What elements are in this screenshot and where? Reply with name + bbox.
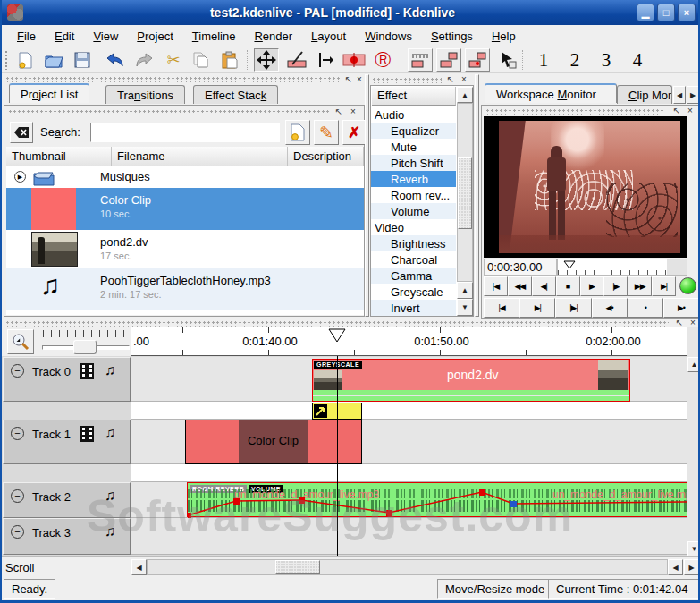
monitor-undock-button[interactable]: ↖ — [671, 106, 682, 116]
effect-scroll-down-button[interactable]: ▼ — [457, 299, 473, 316]
timeline-zoom-button[interactable] — [7, 329, 34, 354]
cut-button[interactable]: ✂ — [161, 48, 186, 72]
project-dock-undock-button[interactable]: ↖ — [343, 74, 354, 85]
edit-clip-button[interactable]: ✎ — [314, 120, 339, 145]
add-clip-button[interactable] — [285, 120, 310, 145]
new-document-button[interactable] — [13, 48, 38, 72]
menu-timeline[interactable]: Timeline — [184, 28, 247, 45]
menu-file[interactable]: File — [9, 28, 46, 45]
project-dock-handle[interactable] — [5, 76, 342, 82]
save-button[interactable] — [70, 48, 95, 72]
effect-item-pitch-shift[interactable]: Pitch Shift — [371, 155, 456, 171]
timeline-view-3-button[interactable]: 3 — [594, 48, 619, 72]
expander-icon[interactable]: ▶ — [14, 171, 26, 183]
frame-back-button[interactable]: ◀| — [532, 276, 556, 296]
collapse-track-icon[interactable]: − — [11, 489, 24, 503]
effect-item-invert[interactable]: Invert — [371, 300, 456, 316]
paste-button[interactable] — [216, 48, 241, 72]
set-marker-button[interactable]: • — [628, 298, 663, 318]
effect-item-brightness[interactable]: Brightness — [371, 235, 456, 251]
snap-to-ruler-button[interactable] — [408, 48, 433, 72]
zone-start-button[interactable]: |◀ — [484, 298, 519, 318]
toolbar-drag-handle[interactable] — [4, 50, 8, 70]
tab-clip-monitor[interactable]: Clip Mon — [617, 85, 672, 104]
collapse-track-icon[interactable]: − — [11, 525, 24, 539]
list-item-mp3[interactable]: ♫ PoohTiggerTableclothHoney.mp3 2 min. 1… — [6, 268, 364, 310]
timeline-view-2-button[interactable]: 2 — [562, 48, 587, 72]
minimize-button[interactable]: ▁ — [637, 4, 654, 21]
transition-row-0[interactable] — [131, 402, 687, 420]
title-bar[interactable]: test2.kdenlive - PAL [modified] - Kdenli… — [2, 0, 698, 25]
effect-dock-close-button[interactable]: × — [459, 74, 469, 85]
undo-button[interactable] — [102, 48, 127, 72]
clip-pond2[interactable]: GREYSCALE pond2.dv — [312, 359, 630, 402]
hscrollbar-thumb[interactable] — [275, 560, 320, 574]
splitter-left[interactable] — [365, 74, 369, 317]
snap-to-marker-button[interactable] — [465, 48, 490, 72]
set-zone-end-button[interactable]: ▶• — [663, 298, 699, 318]
column-thumbnail[interactable]: Thumbnail — [6, 147, 112, 166]
effect-item-equalizer[interactable]: Equalizer — [371, 123, 456, 139]
frame-forward-button[interactable]: |▶ — [603, 276, 628, 296]
monitor-record-button[interactable] — [679, 277, 696, 294]
monitor-dock-handle[interactable] — [485, 108, 664, 115]
effect-scroll-up-button[interactable]: ▲ — [457, 87, 473, 103]
collapse-track-icon[interactable]: − — [11, 427, 24, 440]
menu-windows[interactable]: Windows — [357, 28, 423, 45]
list-item-pond2[interactable]: pond2.dv 17 sec. — [6, 230, 364, 268]
effect-scrollbar-thumb[interactable] — [458, 157, 472, 229]
close-button[interactable]: × — [678, 4, 696, 21]
fast-forward-button[interactable]: ▶▶ — [628, 276, 652, 296]
effect-scrollbar-track[interactable] — [457, 103, 473, 282]
zoom-slider-handle[interactable] — [73, 340, 97, 354]
set-zone-start-button[interactable]: ◀• — [592, 298, 628, 318]
tab-scroll-left-button[interactable]: ◀ — [673, 86, 686, 104]
play-button[interactable]: ▶ — [580, 276, 604, 296]
snap-to-clip-button[interactable] — [436, 48, 461, 72]
rewind-button[interactable]: ◀◀ — [508, 276, 532, 296]
go-to-end-button[interactable]: ▶| — [652, 276, 676, 296]
menu-layout[interactable]: Layout — [303, 28, 357, 45]
menu-project[interactable]: Project — [129, 28, 183, 45]
monitor-timecode[interactable]: 0:00:30.00 — [484, 259, 557, 276]
timeline-ruler[interactable]: .00 0:01:40.00 0:01:50.00 0:02:00.00 — [131, 327, 687, 356]
project-inner-handle[interactable] — [8, 109, 330, 115]
menu-render[interactable]: Render — [246, 28, 303, 45]
tab-transitions[interactable]: Transitions — [105, 85, 185, 104]
timeline-scroll-down-button[interactable]: ▼ — [687, 541, 700, 556]
select-tool-button[interactable] — [495, 48, 520, 72]
record-button[interactable]: Ⓡ — [370, 48, 395, 72]
playhead-marker[interactable] — [328, 328, 347, 344]
marker-button[interactable] — [342, 48, 367, 72]
hscroll-left-button[interactable]: ◀ — [131, 559, 147, 575]
collapse-track-icon[interactable]: − — [11, 364, 24, 378]
zone-end-button[interactable]: ▶| — [519, 298, 555, 318]
column-description[interactable]: Description — [288, 147, 364, 166]
clip-color[interactable]: Color Clip — [185, 420, 362, 464]
play-zone-button[interactable]: |▶| — [555, 298, 591, 318]
timeline-scroll-up-button[interactable]: ▲ — [687, 357, 700, 372]
inner-undock-button[interactable]: ↖ — [333, 106, 344, 117]
menu-help[interactable]: Help — [484, 28, 527, 45]
redo-button[interactable] — [132, 48, 157, 72]
tab-workspace-monitor[interactable]: Workspace Monitor — [485, 83, 617, 103]
effect-column-header[interactable]: Effect — [372, 87, 456, 106]
tab-effect-stack[interactable]: Effect Stack — [193, 85, 278, 104]
open-project-button[interactable] — [41, 48, 66, 72]
effect-group-audio[interactable]: Audio — [371, 106, 456, 123]
effect-item-volume[interactable]: Volume — [371, 203, 456, 219]
spacer-tool-button[interactable] — [313, 48, 338, 72]
tab-project-list[interactable]: Project List — [9, 83, 89, 103]
effect-group-video[interactable]: Video — [371, 219, 456, 235]
effect-item-gamma[interactable]: Gamma — [371, 268, 456, 284]
effect-item-reverb[interactable]: Reverb — [371, 171, 456, 187]
search-input[interactable] — [90, 123, 280, 142]
list-item-color-clip[interactable]: Color Clip 10 sec. — [6, 188, 364, 230]
hscrollbar-track[interactable] — [147, 559, 668, 575]
timeline-view-1-button[interactable]: 1 — [531, 48, 556, 72]
track-header-1[interactable]: − Track 1 ♫ — [3, 420, 131, 464]
effect-item-charcoal[interactable]: Charcoal — [371, 251, 456, 268]
monitor-ruler[interactable] — [557, 259, 687, 276]
project-dock-close-button[interactable]: × — [354, 74, 365, 85]
monitor-playhead-marker[interactable] — [563, 260, 576, 269]
